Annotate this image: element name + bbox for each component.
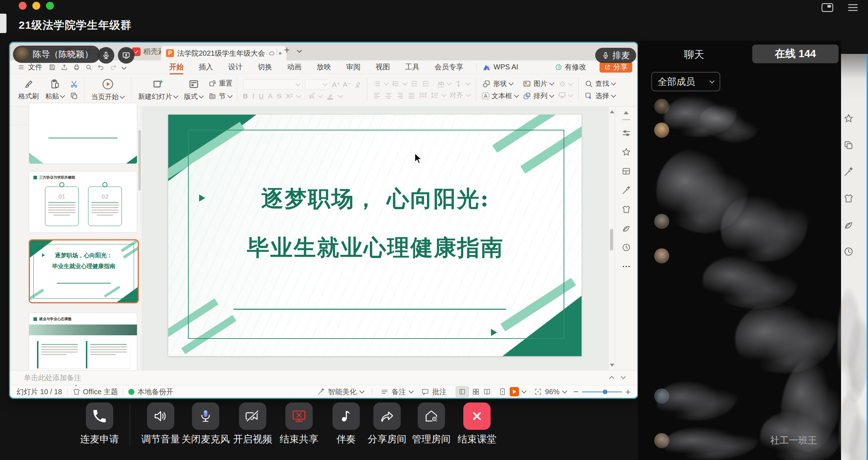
find-button[interactable]: 查找	[584, 79, 615, 88]
justify-icon[interactable]	[408, 91, 415, 99]
grow-font-button[interactable]: A⁺	[332, 80, 340, 89]
menu-tab-design[interactable]: 设计	[221, 62, 250, 72]
section-button[interactable]: 节	[208, 92, 233, 101]
menu-file[interactable]: 文件	[24, 62, 46, 72]
zoom-button[interactable]	[46, 2, 54, 10]
menu-tab-animation[interactable]: 动画	[280, 62, 309, 72]
fill-bucket-icon[interactable]	[558, 80, 566, 88]
reset-slide-button[interactable]: 重置	[208, 79, 233, 88]
prev-slide-chevron[interactable]	[609, 376, 614, 381]
save-icon[interactable]	[49, 64, 56, 71]
font-color-button[interactable]: A	[309, 93, 314, 100]
slide-scrollbar[interactable]	[609, 107, 615, 370]
bullet-list-icon[interactable]	[373, 80, 381, 88]
export-icon[interactable]	[61, 64, 68, 71]
shrink-font-button[interactable]: A⁻	[343, 80, 351, 89]
new-tab-button[interactable]: +	[284, 45, 290, 56]
paste-button[interactable]: 粘贴	[42, 75, 68, 104]
mute-mic-button[interactable]	[192, 402, 219, 430]
notes-button[interactable]: 备注	[392, 387, 406, 397]
panel-scrollbar[interactable]	[138, 130, 141, 190]
reading-view-icon[interactable]	[483, 388, 491, 396]
smart-beautify-button[interactable]: 智能美化	[328, 387, 357, 397]
slide-master-icon[interactable]	[558, 91, 566, 100]
menu-tab-home[interactable]: 开始	[162, 62, 191, 72]
align-left-icon[interactable]	[373, 91, 381, 99]
highlight-icon[interactable]	[326, 92, 334, 100]
slide-thumbnail-11[interactable]: 11 就业与学业心态调整	[29, 313, 137, 374]
normal-view-button[interactable]	[456, 386, 469, 397]
notes-placeholder[interactable]: 单击此处添加备注	[24, 373, 81, 383]
cut-icon[interactable]	[70, 79, 78, 88]
accompaniment-button[interactable]	[332, 402, 360, 430]
end-class-button[interactable]	[463, 402, 491, 430]
minimize-button[interactable]	[32, 2, 40, 10]
clear-format-icon[interactable]	[353, 80, 361, 88]
numbered-list-icon[interactable]	[392, 80, 400, 88]
theme-pane-icon[interactable]	[621, 204, 631, 214]
tab-list-chevron[interactable]	[297, 48, 302, 53]
comment-button[interactable]: 批注	[432, 387, 447, 397]
slide-thumbnail-9[interactable]: 9 三方协议与求职关键期 01 02	[29, 171, 137, 233]
print-icon[interactable]	[73, 64, 80, 71]
picture-button[interactable]: 图片	[523, 79, 554, 88]
textbox-button[interactable]: A 文本框	[482, 91, 518, 101]
volume-button[interactable]	[147, 402, 174, 430]
presenter-screenshare-button[interactable]	[118, 47, 134, 64]
member-filter-dropdown[interactable]: 全部成员	[651, 72, 720, 91]
menu-icon[interactable]	[848, 3, 858, 12]
align-center-icon[interactable]	[385, 91, 392, 99]
next-slide-chevron[interactable]	[621, 374, 626, 379]
arrange-button[interactable]: 排列	[523, 91, 554, 101]
menu-tab-insert[interactable]: 插入	[191, 62, 221, 72]
qat-chevron[interactable]	[121, 64, 127, 69]
menu-tab-transition[interactable]: 切换	[250, 62, 280, 72]
menu-tab-tools[interactable]: 工具	[398, 62, 427, 72]
undo-icon[interactable]	[97, 64, 105, 71]
redo-icon[interactable]	[110, 64, 117, 71]
slide-thumbnail-8[interactable]	[29, 103, 137, 164]
text-shadow-button[interactable]: A	[268, 92, 273, 100]
superscript-button[interactable]: X²	[286, 92, 293, 100]
pip-window-icon[interactable]	[821, 3, 833, 12]
align-objects-button[interactable]: 对齐	[449, 91, 463, 100]
strikethrough-button[interactable]: S	[277, 92, 281, 100]
local-backup-status[interactable]: 本地备份开	[137, 387, 173, 397]
zoom-in-button[interactable]: +	[625, 386, 631, 397]
slide-thumbnail-10-selected[interactable]: 10 逐梦职场，心向阳光： 毕业生就业心理健康指南	[29, 239, 139, 303]
copy-icon[interactable]	[70, 92, 78, 100]
mic-queue-button[interactable]: 排麦	[595, 48, 636, 63]
increase-indent-icon[interactable]	[422, 80, 430, 88]
share-room-button[interactable]	[373, 402, 401, 430]
tab-online-members[interactable]: 在线 144	[752, 45, 839, 63]
underline-button[interactable]: U	[259, 92, 264, 100]
select-button[interactable]: 选择	[584, 91, 615, 101]
share-button[interactable]: 分享	[600, 61, 632, 73]
slide-sorter-icon[interactable]	[472, 388, 480, 396]
effects-icon[interactable]	[621, 147, 631, 157]
play-from-current-button[interactable]: 当页开始	[88, 75, 127, 104]
tab-chat[interactable]: 聊天	[684, 48, 704, 61]
zoom-out-button[interactable]: −	[573, 386, 579, 397]
font-family-select[interactable]	[243, 79, 303, 89]
properties-icon[interactable]	[621, 128, 631, 138]
wps-ai-button[interactable]: WPS AI	[483, 63, 518, 71]
phone-play-icon[interactable]	[499, 388, 506, 396]
distribute-icon[interactable]	[419, 91, 427, 99]
mic-request-button[interactable]	[86, 402, 113, 430]
presenter-mic-button[interactable]	[98, 47, 114, 64]
zoom-slider[interactable]	[582, 391, 622, 392]
end-share-button[interactable]	[285, 402, 313, 430]
font-size-select[interactable]	[305, 79, 330, 89]
menu-tab-view[interactable]: 视图	[368, 62, 398, 72]
menu-tab-review[interactable]: 审阅	[339, 62, 368, 72]
fit-slide-icon[interactable]	[534, 388, 542, 396]
zoom-level[interactable]: 96%	[545, 388, 560, 396]
format-painter-button[interactable]: 格式刷	[15, 75, 42, 104]
slide-canvas[interactable]: 逐梦职场， 心向阳光: 毕业生就业心理健康指南	[142, 107, 609, 370]
text-direction-icon[interactable]	[455, 80, 463, 88]
line-spacing-icon[interactable]	[431, 91, 438, 99]
print-preview-icon[interactable]	[85, 64, 92, 71]
manage-room-button[interactable]	[418, 402, 445, 430]
start-video-button[interactable]	[239, 402, 266, 430]
